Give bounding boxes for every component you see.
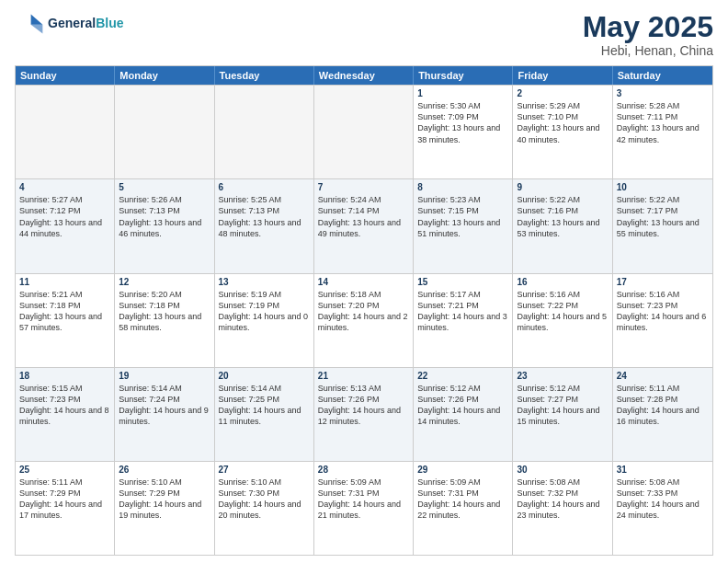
- day-number: 18: [19, 371, 110, 381]
- day-number: 28: [318, 465, 409, 475]
- day-number: 6: [219, 182, 310, 192]
- day-number: 2: [517, 88, 608, 98]
- day-text: Sunrise: 5:09 AMSunset: 7:31 PMDaylight:…: [417, 477, 508, 522]
- day-text: Sunrise: 5:14 AMSunset: 7:24 PMDaylight:…: [119, 383, 210, 428]
- cal-header-day: Wednesday: [314, 66, 414, 85]
- logo-text: GeneralBlue: [48, 17, 123, 30]
- calendar-day-cell: 21Sunrise: 5:13 AMSunset: 7:26 PMDayligh…: [314, 368, 414, 461]
- calendar-day-cell: 12Sunrise: 5:20 AMSunset: 7:18 PMDayligh…: [115, 274, 214, 367]
- day-number: 23: [517, 371, 608, 381]
- day-number: 17: [617, 277, 709, 287]
- day-text: Sunrise: 5:22 AMSunset: 7:17 PMDaylight:…: [617, 194, 709, 239]
- day-text: Sunrise: 5:24 AMSunset: 7:14 PMDaylight:…: [318, 194, 409, 239]
- calendar-day-cell: 30Sunrise: 5:08 AMSunset: 7:32 PMDayligh…: [513, 462, 612, 555]
- day-text: Sunrise: 5:13 AMSunset: 7:26 PMDaylight:…: [318, 383, 409, 428]
- cal-header-day: Saturday: [613, 66, 712, 85]
- day-text: Sunrise: 5:29 AMSunset: 7:10 PMDaylight:…: [517, 100, 608, 145]
- day-number: 4: [19, 182, 110, 192]
- day-text: Sunrise: 5:22 AMSunset: 7:16 PMDaylight:…: [517, 194, 608, 239]
- calendar-day-cell: 14Sunrise: 5:18 AMSunset: 7:20 PMDayligh…: [314, 274, 414, 367]
- calendar-day-cell: 15Sunrise: 5:17 AMSunset: 7:21 PMDayligh…: [414, 274, 513, 367]
- calendar-week-row: 11Sunrise: 5:21 AMSunset: 7:18 PMDayligh…: [16, 273, 712, 367]
- calendar-header: SundayMondayTuesdayWednesdayThursdayFrid…: [16, 66, 712, 85]
- calendar-day-cell: 1Sunrise: 5:30 AMSunset: 7:09 PMDaylight…: [414, 86, 513, 178]
- calendar-day-cell: 26Sunrise: 5:10 AMSunset: 7:29 PMDayligh…: [115, 462, 214, 555]
- calendar-day-cell: [16, 86, 115, 178]
- calendar-week-row: 4Sunrise: 5:27 AMSunset: 7:12 PMDaylight…: [16, 178, 712, 272]
- day-text: Sunrise: 5:28 AMSunset: 7:11 PMDaylight:…: [617, 100, 709, 145]
- day-text: Sunrise: 5:18 AMSunset: 7:20 PMDaylight:…: [318, 289, 409, 334]
- day-number: 22: [417, 371, 508, 381]
- day-text: Sunrise: 5:15 AMSunset: 7:23 PMDaylight:…: [19, 383, 110, 428]
- calendar-day-cell: 20Sunrise: 5:14 AMSunset: 7:25 PMDayligh…: [215, 368, 314, 461]
- day-number: 13: [219, 277, 310, 287]
- calendar: SundayMondayTuesdayWednesdayThursdayFrid…: [15, 65, 713, 556]
- day-number: 21: [318, 371, 409, 381]
- calendar-day-cell: 24Sunrise: 5:11 AMSunset: 7:28 PMDayligh…: [613, 368, 712, 461]
- day-text: Sunrise: 5:21 AMSunset: 7:18 PMDaylight:…: [19, 289, 110, 334]
- header: GeneralBlue May 2025 Hebi, Henan, China: [15, 11, 713, 58]
- day-number: 31: [617, 465, 709, 475]
- day-number: 11: [19, 277, 110, 287]
- calendar-day-cell: 11Sunrise: 5:21 AMSunset: 7:18 PMDayligh…: [16, 274, 115, 367]
- calendar-day-cell: 17Sunrise: 5:16 AMSunset: 7:23 PMDayligh…: [613, 274, 712, 367]
- cal-header-day: Tuesday: [215, 66, 314, 85]
- calendar-day-cell: 8Sunrise: 5:23 AMSunset: 7:15 PMDaylight…: [414, 179, 513, 272]
- calendar-day-cell: 28Sunrise: 5:09 AMSunset: 7:31 PMDayligh…: [314, 462, 414, 555]
- day-text: Sunrise: 5:23 AMSunset: 7:15 PMDaylight:…: [417, 194, 508, 239]
- logo: GeneralBlue: [15, 11, 123, 37]
- day-text: Sunrise: 5:12 AMSunset: 7:26 PMDaylight:…: [417, 383, 508, 428]
- day-number: 14: [318, 277, 409, 287]
- cal-header-day: Monday: [115, 66, 214, 85]
- calendar-day-cell: [314, 86, 414, 178]
- day-number: 9: [517, 182, 608, 192]
- day-number: 27: [219, 465, 310, 475]
- day-number: 20: [219, 371, 310, 381]
- day-text: Sunrise: 5:08 AMSunset: 7:33 PMDaylight:…: [617, 477, 709, 522]
- day-number: 3: [617, 88, 709, 98]
- calendar-week-row: 18Sunrise: 5:15 AMSunset: 7:23 PMDayligh…: [16, 367, 712, 461]
- day-text: Sunrise: 5:09 AMSunset: 7:31 PMDaylight:…: [318, 477, 409, 522]
- day-number: 15: [417, 277, 508, 287]
- day-text: Sunrise: 5:10 AMSunset: 7:29 PMDaylight:…: [119, 477, 210, 522]
- day-text: Sunrise: 5:16 AMSunset: 7:22 PMDaylight:…: [517, 289, 608, 334]
- calendar-day-cell: 13Sunrise: 5:19 AMSunset: 7:19 PMDayligh…: [215, 274, 314, 367]
- calendar-day-cell: 18Sunrise: 5:15 AMSunset: 7:23 PMDayligh…: [16, 368, 115, 461]
- subtitle: Hebi, Henan, China: [583, 43, 713, 58]
- day-number: 19: [119, 371, 210, 381]
- calendar-day-cell: 31Sunrise: 5:08 AMSunset: 7:33 PMDayligh…: [613, 462, 712, 555]
- logo-icon: [15, 11, 44, 37]
- calendar-day-cell: 23Sunrise: 5:12 AMSunset: 7:27 PMDayligh…: [513, 368, 612, 461]
- calendar-day-cell: 6Sunrise: 5:25 AMSunset: 7:13 PMDaylight…: [215, 179, 314, 272]
- calendar-day-cell: 29Sunrise: 5:09 AMSunset: 7:31 PMDayligh…: [414, 462, 513, 555]
- day-number: 25: [19, 465, 110, 475]
- calendar-week-row: 1Sunrise: 5:30 AMSunset: 7:09 PMDaylight…: [16, 85, 712, 178]
- calendar-day-cell: 16Sunrise: 5:16 AMSunset: 7:22 PMDayligh…: [513, 274, 612, 367]
- day-number: 12: [119, 277, 210, 287]
- calendar-day-cell: 2Sunrise: 5:29 AMSunset: 7:10 PMDaylight…: [513, 86, 612, 178]
- day-number: 1: [417, 88, 508, 98]
- day-number: 30: [517, 465, 608, 475]
- calendar-day-cell: 10Sunrise: 5:22 AMSunset: 7:17 PMDayligh…: [613, 179, 712, 272]
- day-text: Sunrise: 5:12 AMSunset: 7:27 PMDaylight:…: [517, 383, 608, 428]
- calendar-day-cell: 27Sunrise: 5:10 AMSunset: 7:30 PMDayligh…: [215, 462, 314, 555]
- calendar-day-cell: 25Sunrise: 5:11 AMSunset: 7:29 PMDayligh…: [16, 462, 115, 555]
- day-text: Sunrise: 5:14 AMSunset: 7:25 PMDaylight:…: [219, 383, 310, 428]
- page: GeneralBlue May 2025 Hebi, Henan, China …: [0, 0, 728, 563]
- day-number: 8: [417, 182, 508, 192]
- calendar-day-cell: 9Sunrise: 5:22 AMSunset: 7:16 PMDaylight…: [513, 179, 612, 272]
- day-text: Sunrise: 5:20 AMSunset: 7:18 PMDaylight:…: [119, 289, 210, 334]
- day-text: Sunrise: 5:08 AMSunset: 7:32 PMDaylight:…: [517, 477, 608, 522]
- cal-header-day: Thursday: [414, 66, 513, 85]
- day-number: 10: [617, 182, 709, 192]
- day-text: Sunrise: 5:17 AMSunset: 7:21 PMDaylight:…: [417, 289, 508, 334]
- cal-header-day: Friday: [513, 66, 612, 85]
- calendar-week-row: 25Sunrise: 5:11 AMSunset: 7:29 PMDayligh…: [16, 461, 712, 555]
- cal-header-day: Sunday: [16, 66, 115, 85]
- day-text: Sunrise: 5:27 AMSunset: 7:12 PMDaylight:…: [19, 194, 110, 239]
- calendar-day-cell: 4Sunrise: 5:27 AMSunset: 7:12 PMDaylight…: [16, 179, 115, 272]
- calendar-day-cell: 5Sunrise: 5:26 AMSunset: 7:13 PMDaylight…: [115, 179, 214, 272]
- day-number: 7: [318, 182, 409, 192]
- calendar-day-cell: 22Sunrise: 5:12 AMSunset: 7:26 PMDayligh…: [414, 368, 513, 461]
- day-text: Sunrise: 5:26 AMSunset: 7:13 PMDaylight:…: [119, 194, 210, 239]
